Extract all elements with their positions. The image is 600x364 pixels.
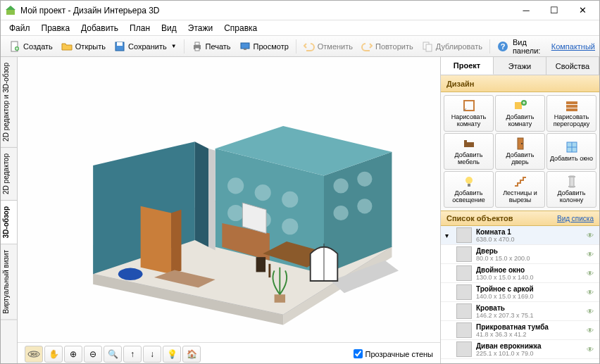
folder-open-icon [61, 41, 73, 52]
dropdown-icon: ▼ [171, 43, 177, 49]
visibility-icon[interactable]: 👁 [587, 289, 595, 296]
object-name: Прикроватная тумба [476, 323, 582, 331]
menu-view[interactable]: Вид [156, 22, 182, 34]
svg-point-23 [227, 178, 244, 194]
create-button[interactable]: Создать [5, 39, 57, 54]
visibility-icon[interactable]: 👁 [587, 251, 595, 258]
print-icon [192, 41, 203, 52]
duplicate-button[interactable]: Дублировать [418, 39, 487, 54]
svg-rect-9 [241, 43, 249, 49]
svg-rect-51 [515, 102, 522, 109]
add-lighting-button[interactable]: Добавить освещение [444, 171, 494, 208]
app-icon [5, 5, 16, 16]
help-icon: ? [497, 41, 508, 52]
sidetab-virtual[interactable]: Виртуальный визит [1, 244, 17, 320]
menu-add[interactable]: Добавить [75, 22, 124, 34]
object-thumb [456, 284, 472, 300]
object-info: Прикроватная тумба41.8 x 36.3 x 41.2 [476, 323, 582, 338]
preview-button[interactable]: Просмотр [235, 39, 293, 54]
sidetab-2d-3d[interactable]: 2D редактор и 3D-обзор [1, 57, 17, 148]
column-icon [565, 175, 579, 189]
object-item[interactable]: Дверь80.0 x 15.0 x 200.0👁 [441, 245, 599, 264]
sidetab-2d[interactable]: 2D редактор [1, 148, 17, 201]
close-button[interactable]: ✕ [568, 1, 596, 20]
svg-point-32 [357, 199, 372, 214]
object-dimensions: 225.1 x 101.0 x 79.0 [476, 350, 582, 357]
menu-edit[interactable]: Правка [36, 22, 76, 34]
zoom-fit-button[interactable]: 🔍 [104, 346, 122, 363]
object-name: Дверь [476, 247, 582, 255]
add-window-button[interactable]: Добавить окно [546, 133, 596, 170]
svg-text:360: 360 [30, 352, 38, 356]
svg-rect-67 [568, 186, 575, 187]
draw-wall-button[interactable]: Нарисовать перегородку [546, 95, 596, 132]
object-item[interactable]: Двойное окно130.0 x 15.0 x 140.0👁 [441, 264, 599, 283]
object-info: Диван еврокнижка225.1 x 101.0 x 79.0 [476, 342, 582, 357]
add-room-button[interactable]: Добавить комнату [495, 95, 545, 132]
save-icon [114, 41, 125, 52]
object-list[interactable]: ▾Комната 1638.0 x 470.0👁Дверь80.0 x 15.0… [441, 226, 599, 364]
draw-room-button[interactable]: Нарисовать комнату [444, 95, 494, 132]
object-info: Тройное с аркой140.0 x 15.0 x 169.0 [476, 285, 582, 300]
add-column-button[interactable]: Добавить колонну [546, 171, 596, 208]
svg-point-26 [227, 205, 244, 221]
menu-plan[interactable]: План [124, 22, 156, 34]
tilt-down-button[interactable]: ↓ [143, 346, 161, 363]
3d-scene[interactable] [18, 57, 440, 342]
zoom-out-icon: ⊖ [89, 349, 96, 359]
lighting-button[interactable]: 💡 [163, 346, 181, 363]
menu-help[interactable]: Справка [218, 22, 263, 34]
object-item[interactable]: Тройное с аркой140.0 x 15.0 x 169.0👁 [441, 283, 599, 302]
list-viewmode-link[interactable]: Вид списка [557, 215, 594, 222]
stairs-button[interactable]: Лестницы и вырезы [495, 171, 545, 208]
undo-button[interactable]: Отменить [299, 39, 357, 54]
pan-button[interactable]: ✋ [44, 346, 63, 363]
svg-rect-7 [195, 42, 199, 45]
menu-floors[interactable]: Этажи [182, 22, 218, 34]
open-button[interactable]: Открыть [57, 39, 110, 54]
zoom-in-button[interactable]: ⊕ [64, 346, 82, 363]
svg-rect-55 [566, 108, 577, 111]
transparent-walls-check[interactable]: Прозрачные стены [354, 349, 433, 358]
expand-icon[interactable]: ▾ [445, 232, 452, 239]
visibility-icon[interactable]: 👁 [587, 346, 595, 353]
redo-button[interactable]: Повторить [357, 39, 418, 54]
save-button[interactable]: Сохранить▼ [110, 39, 181, 54]
help-toolbar-button[interactable]: ? [493, 39, 513, 54]
view-360-button[interactable]: 360 [25, 346, 43, 363]
object-info: Кровать146.2 x 207.3 x 75.1 [476, 304, 582, 319]
sidetab-3d[interactable]: 3D-обзор [1, 201, 17, 244]
object-item[interactable]: Прикроватная тумба41.8 x 36.3 x 41.2👁 [441, 321, 599, 340]
svg-rect-42 [256, 257, 265, 272]
object-item[interactable]: Кровать146.2 x 207.3 x 75.1👁 [441, 302, 599, 321]
tab-floors[interactable]: Этажи [494, 57, 546, 75]
object-item[interactable]: ▾Комната 1638.0 x 470.0👁 [441, 226, 599, 245]
tilt-up-button[interactable]: ↑ [123, 346, 142, 363]
object-thumb [456, 341, 472, 357]
home-view-button[interactable]: 🏠 [182, 346, 201, 363]
print-button[interactable]: Печать [187, 39, 235, 54]
svg-point-36 [118, 268, 143, 280]
add-door-button[interactable]: Добавить дверь [495, 133, 545, 170]
object-item[interactable]: Диван еврокнижка225.1 x 101.0 x 79.0👁 [441, 340, 599, 359]
svg-rect-0 [6, 9, 15, 15]
add-furniture-button[interactable]: Добавить мебель [444, 133, 494, 170]
panel-mode-link[interactable]: Компактный [551, 42, 595, 51]
tab-properties[interactable]: Свойства [546, 57, 599, 75]
wall-icon [565, 99, 579, 113]
maximize-button[interactable]: ☐ [540, 1, 568, 20]
visibility-icon[interactable]: 👁 [587, 232, 595, 239]
transparent-walls-checkbox[interactable] [354, 349, 363, 358]
menu-file[interactable]: Файл [4, 22, 36, 34]
tab-project[interactable]: Проект [441, 57, 494, 75]
toolbar: Создать Открыть Сохранить▼ Печать Просмо… [1, 36, 599, 57]
zoom-out-button[interactable]: ⊖ [84, 346, 102, 363]
object-thumb [456, 322, 472, 338]
window-icon [565, 140, 579, 154]
visibility-icon[interactable]: 👁 [587, 327, 595, 334]
visibility-icon[interactable]: 👁 [587, 308, 595, 315]
side-tabs: 2D редактор и 3D-обзор 2D редактор 3D-об… [1, 57, 18, 364]
minimize-button[interactable]: ─ [512, 1, 540, 20]
visibility-icon[interactable]: 👁 [587, 270, 595, 277]
object-list-header: Список объектов Вид списка [441, 211, 599, 226]
